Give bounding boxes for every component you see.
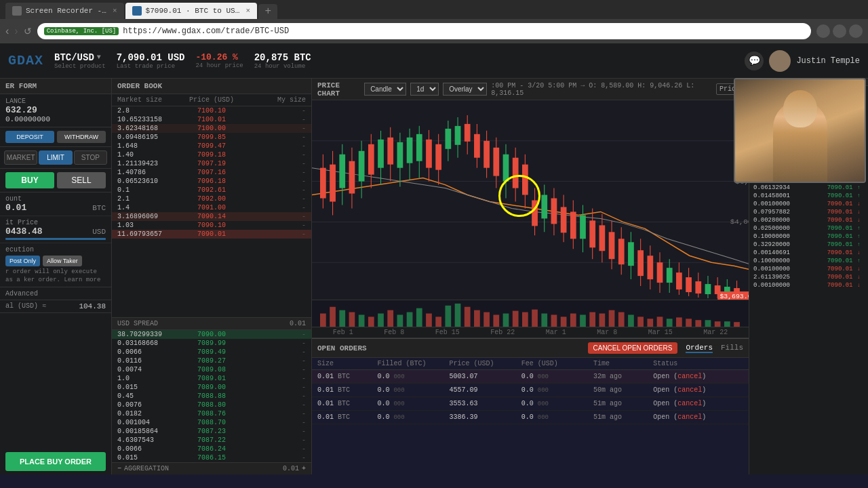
svg-rect-49 bbox=[532, 200, 538, 226]
place-buy-order-button[interactable]: PLACE BUY ORDER bbox=[5, 452, 106, 471]
balance-btc: 0.00000000 bbox=[5, 115, 106, 123]
notifications-icon[interactable]: 💬 bbox=[745, 52, 764, 70]
webcam-overlay bbox=[734, 78, 866, 183]
orders-tab[interactable]: Orders bbox=[686, 344, 713, 353]
bid-row-1[interactable]: 38.70299339 7090.00 - bbox=[112, 330, 311, 339]
or4-cancel-link[interactable]: cancel bbox=[677, 413, 702, 421]
svg-rect-57 bbox=[570, 211, 576, 239]
buy-button[interactable]: BUY bbox=[5, 172, 54, 188]
open-orders-panel: OPEN ORDERS CANCEL OPEN ORDERS Orders Fi… bbox=[312, 338, 749, 474]
order-row-1[interactable]: 0.01 BTC 0.0 000 5003.07 0.0 000 32m ago… bbox=[312, 370, 749, 384]
advanced-link[interactable]: Advanced bbox=[5, 290, 38, 298]
bid-row-3[interactable]: 0.0066 7089.49 - bbox=[112, 348, 311, 357]
svg-rect-67 bbox=[618, 239, 625, 264]
bid-row-6[interactable]: 1.0 7089.01 - bbox=[112, 374, 311, 383]
svg-rect-126 bbox=[599, 314, 606, 327]
ask-row-11[interactable]: 2.1 7092.00 - bbox=[112, 195, 311, 203]
ask-row-15[interactable]: 11.69793657 7090.01 - bbox=[112, 230, 311, 239]
svg-rect-120 bbox=[541, 314, 547, 327]
ask-row-13[interactable]: 3.16896069 7090.14 - bbox=[112, 212, 311, 221]
svg-rect-61 bbox=[589, 220, 595, 247]
svg-rect-31 bbox=[445, 129, 451, 149]
ask-row-10[interactable]: 0.1 7092.61 - bbox=[112, 186, 311, 195]
bid-row-5[interactable]: 0.0074 7089.08 - bbox=[112, 365, 311, 374]
post-only-button[interactable]: Post Only bbox=[5, 256, 40, 266]
overlay-select[interactable]: Overlay bbox=[443, 83, 487, 96]
address-url[interactable]: https://www.gdax.com/trade/BTC-USD bbox=[123, 26, 289, 36]
svg-rect-101 bbox=[359, 314, 365, 327]
oo-col-filled: Filled (BTC) bbox=[377, 360, 449, 367]
svg-rect-9 bbox=[339, 155, 345, 188]
stop-tab[interactable]: STOP bbox=[74, 150, 107, 165]
forward-button[interactable]: › bbox=[14, 25, 18, 37]
ask-row-5[interactable]: 1.648 7099.47 - bbox=[112, 142, 311, 150]
svg-rect-116 bbox=[503, 314, 509, 327]
cancel-open-orders-button[interactable]: CANCEL OPEN ORDERS bbox=[588, 342, 678, 354]
ask-row-7[interactable]: 1.21139423 7097.19 - bbox=[112, 159, 311, 168]
agg-plus-icon[interactable]: + bbox=[302, 465, 306, 472]
tab-close-icon-active[interactable]: × bbox=[246, 7, 251, 15]
bid-row-10[interactable]: 0.0182 7088.76 - bbox=[112, 409, 311, 418]
timeframe-select[interactable]: 1d bbox=[410, 83, 439, 96]
svg-rect-130 bbox=[637, 317, 644, 327]
svg-rect-83 bbox=[695, 281, 701, 293]
agg-minus-icon[interactable]: − bbox=[117, 465, 121, 472]
fills-tab[interactable]: Fills bbox=[721, 344, 743, 353]
bid-row-13[interactable]: 4.6307543 7087.22 - bbox=[112, 436, 311, 445]
bid-row-4[interactable]: 0.0116 7089.27 - bbox=[112, 357, 311, 365]
order-form-header: ER FORM bbox=[0, 79, 111, 94]
ask-row-14[interactable]: 1.03 7090.10 - bbox=[112, 221, 311, 230]
ask-row-12[interactable]: 1.4 7091.00 - bbox=[112, 203, 311, 212]
or1-cancel-link[interactable]: cancel bbox=[677, 373, 702, 380]
bid-row-9[interactable]: 0.0076 7088.80 - bbox=[112, 401, 311, 409]
bid-row-15[interactable]: 0.015 7086.15 - bbox=[112, 453, 311, 462]
tf-row-17: 0.00280000 7090.01 ↓ bbox=[749, 216, 868, 224]
ask-row-1[interactable]: 2.8 7100.10 - bbox=[112, 106, 311, 115]
last-trade-label: Last trade price bbox=[117, 63, 185, 70]
sell-button[interactable]: SELL bbox=[57, 172, 106, 188]
tab-new[interactable]: + bbox=[258, 4, 277, 19]
tab-gdax[interactable]: $7090.01 · BTC to USD B... × bbox=[125, 3, 258, 19]
ob-col-price: Price (USD) bbox=[180, 96, 243, 104]
reload-button[interactable]: ↺ bbox=[24, 26, 32, 37]
bid-row-8[interactable]: 0.45 7088.88 - bbox=[112, 392, 311, 401]
browser-icon-1[interactable] bbox=[816, 24, 830, 38]
limit-tab[interactable]: LIMIT bbox=[39, 150, 72, 165]
order-row-3[interactable]: 0.01 BTC 0.0 000 3553.63 0.0 000 51m ago… bbox=[312, 397, 749, 411]
order-book-bids: 38.70299339 7090.00 - 0.03168668 7089.99… bbox=[112, 330, 311, 462]
ask-row-3[interactable]: 3.62348168 7100.00 - bbox=[112, 124, 311, 133]
bid-row-2[interactable]: 0.03168668 7089.99 - bbox=[112, 339, 311, 348]
ask-row-4[interactable]: 0.09486195 7099.85 - bbox=[112, 133, 311, 142]
ask-row-9[interactable]: 0.06523610 7096.18 - bbox=[112, 177, 311, 186]
tab-screen-recorder[interactable]: Screen Recorder - Reco... × bbox=[5, 3, 124, 19]
product-selector[interactable]: BTC/USD ▼ Select product bbox=[54, 52, 106, 70]
market-tab[interactable]: MARKET bbox=[4, 150, 37, 165]
deposit-button[interactable]: DEPOSIT bbox=[5, 131, 54, 143]
bid-row-12[interactable]: 0.00185864 7087.23 - bbox=[112, 427, 311, 436]
allow-taker-button[interactable]: Allow Taker bbox=[43, 256, 82, 266]
bid-row-7[interactable]: 0.015 7089.00 - bbox=[112, 383, 311, 392]
volume-value: 20,875 BTC bbox=[254, 52, 311, 63]
header-volume: 20,875 BTC 24 hour volume bbox=[254, 52, 311, 70]
bid-row-11[interactable]: 0.001004 7088.70 - bbox=[112, 418, 311, 427]
ask-row-6[interactable]: 1.40 7099.18 - bbox=[112, 150, 311, 159]
back-button[interactable]: ‹ bbox=[5, 25, 9, 37]
browser-icon-2[interactable] bbox=[833, 24, 846, 38]
tab-close-icon[interactable]: × bbox=[113, 7, 117, 15]
or3-cancel-link[interactable]: cancel bbox=[677, 400, 702, 407]
tab-label: Screen Recorder - Reco... bbox=[26, 7, 107, 15]
product-dropdown-icon[interactable]: ▼ bbox=[97, 54, 101, 61]
browser-icon-3[interactable] bbox=[849, 24, 863, 38]
candle-select[interactable]: Candle bbox=[364, 83, 406, 96]
time-label-2: Feb 8 bbox=[384, 329, 404, 336]
product-select-label: Select product bbox=[54, 63, 106, 70]
or2-cancel-link[interactable]: cancel bbox=[677, 386, 702, 394]
bid-row-14[interactable]: 0.0066 7086.24 - bbox=[112, 445, 311, 453]
withdraw-button[interactable]: WITHDRAW bbox=[57, 131, 106, 143]
order-row-2[interactable]: 0.01 BTC 0.0 000 4557.09 0.0 000 50m ago… bbox=[312, 384, 749, 397]
svg-rect-39 bbox=[484, 141, 490, 168]
ask-row-8[interactable]: 1.40786 7097.16 - bbox=[112, 168, 311, 177]
order-row-4[interactable]: 0.01 BTC 0.0 000 3386.39 0.0 000 51m ago… bbox=[312, 411, 749, 424]
ask-row-2[interactable]: 10.65233158 7100.01 - bbox=[112, 115, 311, 124]
or1-fee: 0.0 000 bbox=[521, 373, 593, 380]
